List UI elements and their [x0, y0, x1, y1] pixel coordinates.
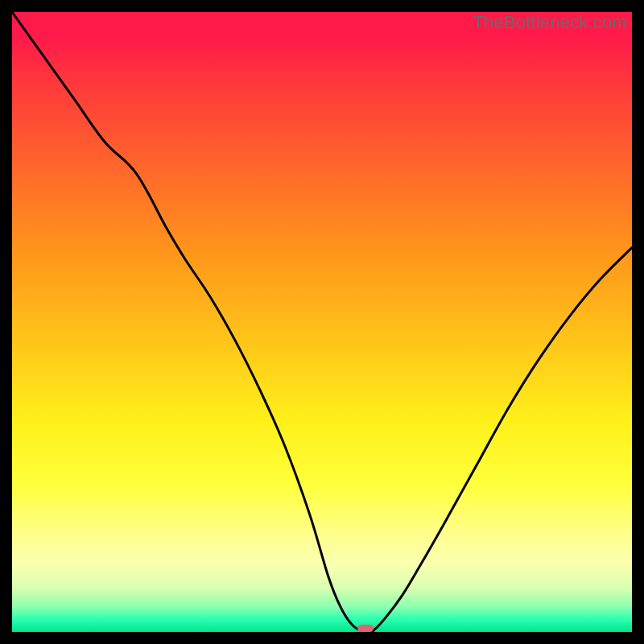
plot-area: TheBottleneck.com [12, 12, 632, 632]
chart-frame: TheBottleneck.com [0, 0, 644, 644]
bottleneck-curve [12, 12, 632, 632]
optimal-marker [357, 625, 374, 632]
